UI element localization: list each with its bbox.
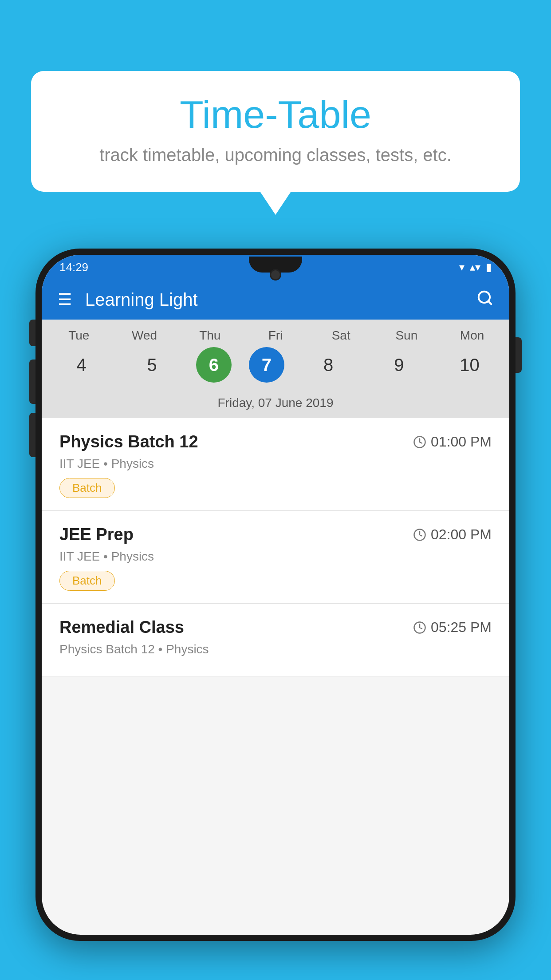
menu-icon[interactable]: ☰ [58,290,72,309]
wifi-icon: ▾ [459,261,464,273]
status-icons: ▾ ▴▾ ▮ [459,261,492,273]
selected-date-label: Friday, 07 June 2019 [42,391,509,418]
day-8[interactable]: 8 [302,347,355,383]
day-7-selected[interactable]: 7 [249,347,284,383]
clock-icon-3 [413,621,426,634]
day-10[interactable]: 10 [443,347,496,383]
day-header-wed: Wed [118,328,171,343]
phone-button-power [516,337,522,373]
phone-button-vol-down [29,413,35,457]
schedule-item-3-name: Remedial Class [59,618,184,637]
day-header-thu: Thu [183,328,236,343]
schedule-item-1-time: 01:00 PM [413,434,492,450]
schedule-item-2[interactable]: JEE Prep 02:00 PM IIT JEE • Physics Batc… [42,511,509,604]
day-5[interactable]: 5 [126,347,179,383]
bubble-subtitle: track timetable, upcoming classes, tests… [58,145,493,165]
day-numbers: 4 5 6 7 8 9 10 [42,343,509,391]
phone-button-mute [29,320,35,346]
day-4[interactable]: 4 [55,347,108,383]
day-header-mon: Mon [445,328,499,343]
phone-screen: 14:29 ▾ ▴▾ ▮ ☰ Learning Light [42,255,509,935]
clock-icon-1 [413,435,426,449]
schedule-item-3-meta: Physics Batch 12 • Physics [59,642,492,656]
day-headers: Tue Wed Thu Fri Sat Sun Mon [42,328,509,343]
schedule-item-3[interactable]: Remedial Class 05:25 PM Physics Batch 12… [42,604,509,676]
schedule-item-2-header: JEE Prep 02:00 PM [59,525,492,544]
schedule-item-1-meta: IIT JEE • Physics [59,457,492,471]
schedule-item-1-badge: Batch [59,478,115,498]
phone-camera [270,269,281,281]
schedule-item-2-badge: Batch [59,571,115,591]
day-6-today[interactable]: 6 [196,347,232,383]
day-header-fri: Fri [249,328,302,343]
day-header-tue: Tue [52,328,106,343]
phone-mockup: 14:29 ▾ ▴▾ ▮ ☰ Learning Light [35,249,516,980]
schedule-item-3-time: 05:25 PM [413,619,492,636]
calendar-strip: Tue Wed Thu Fri Sat Sun Mon 4 5 6 7 8 9 … [42,320,509,418]
phone-notch [249,257,302,273]
search-icon[interactable] [476,289,493,310]
schedule-item-2-time: 02:00 PM [413,526,492,543]
schedule-item-1-header: Physics Batch 12 01:00 PM [59,432,492,451]
schedule-item-2-meta: IIT JEE • Physics [59,549,492,564]
battery-icon: ▮ [486,261,492,273]
schedule-item-2-name: JEE Prep [59,525,134,544]
app-bar: ☰ Learning Light [42,280,509,320]
app-title: Learning Light [85,290,476,310]
status-time: 14:29 [59,261,88,274]
schedule-list: Physics Batch 12 01:00 PM IIT JEE • Phys… [42,418,509,676]
speech-bubble-card: Time-Table track timetable, upcoming cla… [31,71,520,192]
signal-icon: ▴▾ [470,261,480,273]
day-header-sun: Sun [380,328,433,343]
clock-icon-2 [413,528,426,541]
day-9[interactable]: 9 [372,347,425,383]
svg-line-1 [488,301,491,304]
phone-button-vol-up [29,360,35,404]
schedule-item-1-name: Physics Batch 12 [59,432,198,451]
schedule-item-3-header: Remedial Class 05:25 PM [59,618,492,637]
day-header-sat: Sat [315,328,368,343]
bubble-title: Time-Table [58,93,493,136]
schedule-item-1[interactable]: Physics Batch 12 01:00 PM IIT JEE • Phys… [42,418,509,511]
phone-outer: 14:29 ▾ ▴▾ ▮ ☰ Learning Light [35,249,516,941]
